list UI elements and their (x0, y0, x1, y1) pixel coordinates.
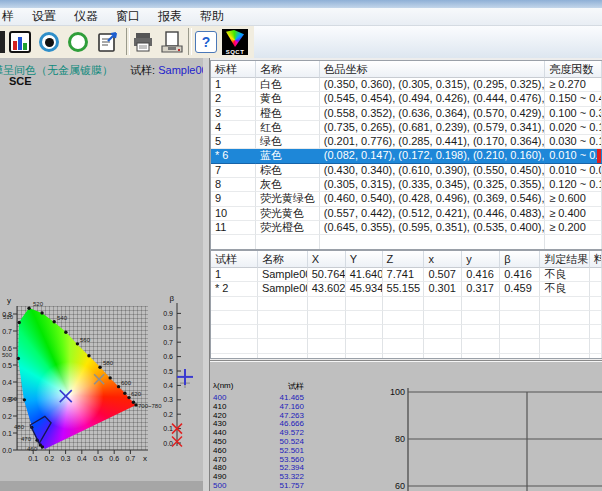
cell (211, 339, 258, 353)
column-header[interactable]: Y (346, 251, 383, 268)
cell: 0.150 ~ 0.450 (545, 92, 602, 106)
empty-row[interactable] (211, 297, 602, 311)
cell (540, 339, 590, 353)
cell (590, 282, 602, 296)
table-row[interactable]: 11荧光橙色(0.645, 0.355), (0.595, 0.351), (0… (211, 221, 602, 235)
table-row[interactable]: 7棕色(0.430, 0.340), (0.610, 0.390), (0.55… (211, 164, 602, 178)
sample-label: 试样: (130, 64, 155, 76)
cell: (0.201, 0.776), (0.285, 0.441), (0.170, … (320, 135, 545, 149)
table-row[interactable]: 4红色(0.735, 0.265), (0.681, 0.239), (0.57… (211, 121, 602, 135)
table-row[interactable]: 3橙色(0.558, 0.352), (0.636, 0.364), (0.57… (211, 107, 602, 121)
measure-standard-button[interactable] (36, 29, 62, 55)
column-header[interactable]: x (424, 251, 462, 268)
cell (258, 339, 308, 353)
menu-item-1[interactable]: 设置 (23, 7, 65, 26)
cell: 1 (211, 78, 256, 92)
column-header[interactable]: 名称 (258, 251, 308, 268)
menu-item-5[interactable]: 帮助 (191, 7, 233, 26)
column-header[interactable]: β (500, 251, 540, 268)
sqct-logo-button[interactable]: SQCT (222, 29, 248, 55)
cell (500, 297, 540, 311)
clipped-toolbar-icon[interactable] (0, 31, 5, 53)
column-header[interactable]: 判定结果 (540, 251, 590, 268)
cell: 11 (211, 221, 256, 235)
cell: 8 (211, 178, 256, 192)
print-preview-button[interactable] (159, 29, 185, 55)
table-row[interactable]: 8灰色(0.305, 0.315), (0.335, 0.345), (0.32… (211, 178, 602, 192)
cell (211, 235, 256, 249)
panel-edge (0, 481, 203, 491)
measure-mode-label: SCE (9, 75, 32, 87)
table-row[interactable]: * 6蓝色(0.082, 0.147), (0.172, 0.198), (0.… (211, 149, 602, 163)
cell (258, 297, 308, 311)
wavelength-value: 410 (213, 402, 226, 411)
table-row[interactable]: * 2Sample00243.60245.93455.1550.3010.317… (211, 282, 602, 296)
column-header[interactable]: X (308, 251, 346, 268)
cell: (0.545, 0.454), (0.494, 0.426), (0.444, … (320, 92, 545, 106)
cell: 0.416 (500, 268, 540, 282)
cell (462, 354, 500, 359)
column-header[interactable]: 试样 (211, 251, 258, 268)
cell: 绿色 (256, 135, 320, 149)
chart-button[interactable] (7, 29, 33, 55)
cell (258, 311, 308, 325)
column-header[interactable]: y (462, 251, 500, 268)
column-header[interactable]: 名称 (256, 61, 320, 78)
menu-bar: 样设置仪器窗口报表帮助 (0, 8, 602, 26)
column-header[interactable]: 亮度因数 (545, 61, 602, 78)
cell (590, 311, 602, 325)
empty-row[interactable] (211, 325, 602, 339)
table-row[interactable]: 9荧光黄绿色(0.460, 0.540), (0.428, 0.496), (0… (211, 192, 602, 206)
cell (383, 297, 425, 311)
cell: 0.010 ~ 0.100 (545, 149, 602, 163)
table-row[interactable]: 1白色(0.350, 0.360), (0.305, 0.315), (0.29… (211, 78, 602, 92)
menu-item-4[interactable]: 报表 (149, 7, 191, 26)
cell (346, 311, 383, 325)
empty-row[interactable] (211, 235, 602, 249)
measure-sample-button[interactable] (65, 29, 91, 55)
menu-item-2[interactable]: 仪器 (65, 7, 107, 26)
table-header-row: 标样名称色品坐标亮度因数 (211, 61, 602, 78)
wavelength-value: 440 (213, 428, 226, 437)
cell: (0.460, 0.540), (0.428, 0.496), (0.369, … (320, 192, 545, 206)
report-export-button[interactable] (95, 29, 121, 55)
cell: 不良 (540, 268, 590, 282)
column-header[interactable]: 料 (590, 251, 602, 268)
cell: ≥ 0.200 (545, 221, 602, 235)
cell: (0.735, 0.265), (0.681, 0.239), (0.579, … (320, 121, 545, 135)
cell: 10 (211, 207, 256, 221)
cell (258, 354, 308, 359)
cell (258, 325, 308, 339)
cell: 1 (211, 268, 258, 282)
print-button[interactable] (130, 29, 156, 55)
empty-row[interactable] (211, 354, 602, 359)
panel-splitter[interactable] (203, 58, 210, 491)
cell: 0.459 (500, 282, 540, 296)
cell (383, 325, 425, 339)
empty-row[interactable] (211, 311, 602, 325)
cell (383, 339, 425, 353)
table-row[interactable]: 2黄色(0.545, 0.454), (0.494, 0.426), (0.44… (211, 92, 602, 106)
column-header[interactable]: 色品坐标 (320, 61, 545, 78)
table-row[interactable]: 10荧光黄色(0.557, 0.442), (0.512, 0.421), (0… (211, 207, 602, 221)
cell: Sample001 (258, 268, 308, 282)
menu-item-3[interactable]: 窗口 (107, 7, 149, 26)
cell (462, 339, 500, 353)
cell: 0.120 ~ 0.180 (545, 178, 602, 192)
help-button[interactable]: ? (193, 29, 219, 55)
column-header[interactable]: 标样 (211, 61, 256, 78)
spectral-value: 50.524 (270, 437, 304, 446)
menu-item-0[interactable]: 样 (0, 7, 23, 26)
cell (308, 339, 346, 353)
cell: 黄色 (256, 92, 320, 106)
wavelength-value: 420 (213, 411, 226, 420)
table-row[interactable]: 1Sample00150.76441.6407.7410.5070.4160.4… (211, 268, 602, 282)
column-header[interactable]: Z (383, 251, 425, 268)
cell: 荧光橙色 (256, 221, 320, 235)
table-row[interactable]: 5绿色(0.201, 0.776), (0.285, 0.441), (0.17… (211, 135, 602, 149)
cell: 9 (211, 192, 256, 206)
empty-row[interactable] (211, 339, 602, 353)
cell (424, 311, 462, 325)
cell (462, 311, 500, 325)
cell: Sample002 (258, 282, 308, 296)
